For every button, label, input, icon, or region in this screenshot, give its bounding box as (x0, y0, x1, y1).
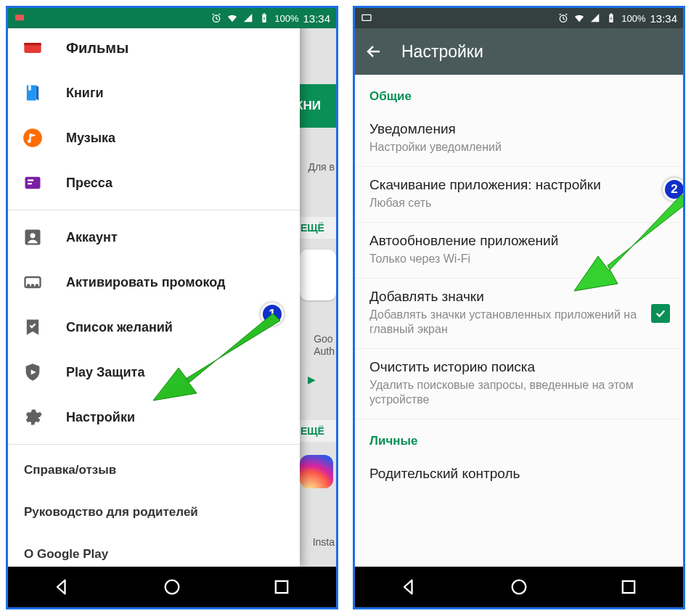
menu-account-label: Аккаунт (66, 230, 118, 245)
svg-point-15 (32, 285, 33, 287)
battery-icon (258, 12, 270, 24)
battery-text: 100% (621, 13, 645, 24)
svg-rect-20 (362, 15, 371, 20)
menu-wishlist[interactable]: Список желаний (8, 305, 300, 350)
menu-music[interactable]: Музыка (8, 115, 300, 160)
nav-back[interactable] (52, 577, 73, 597)
menu-music-label: Музыка (66, 131, 115, 146)
menu-films-label: Фильмы (66, 40, 128, 57)
statusbar: 100% 13:34 (8, 8, 336, 28)
separator (8, 210, 300, 210)
bg-for-you: Для в (308, 161, 335, 173)
menu-press-label: Пресса (66, 176, 113, 191)
menu-books-label: Книги (66, 86, 104, 101)
promo-icon (23, 272, 43, 292)
svg-point-25 (512, 580, 526, 594)
section-general: Общие (355, 75, 683, 111)
menu-protect[interactable]: Play Защита (8, 350, 300, 395)
separator (8, 444, 300, 445)
menu-promo-label: Активировать промокод (66, 275, 225, 290)
signal-icon (589, 12, 601, 24)
nav-home[interactable] (509, 577, 529, 597)
back-button[interactable] (365, 43, 383, 60)
section-personal: Личные (355, 419, 683, 456)
svg-point-18 (165, 580, 179, 594)
svg-rect-0 (15, 15, 24, 20)
films-icon (23, 38, 43, 58)
wifi-icon (226, 12, 238, 24)
annotation-badge-1: 1 (261, 303, 284, 326)
bg-goog: GooAuth (314, 333, 335, 358)
bg-more-2: ЕЩЁ (296, 420, 336, 442)
wishlist-icon (23, 317, 43, 337)
menu-books[interactable]: Книги (8, 70, 300, 115)
menu-settings-label: Настройки (66, 410, 135, 425)
drawer-area: КНИ Для в ЕЩЁ GooAuth ▶ ЕЩЁ Insta Фильмы… (8, 28, 336, 567)
clock: 13:34 (303, 12, 330, 25)
setting-autoupdate[interactable]: Автообновление приложений Только через W… (355, 223, 683, 279)
footer-parent-guide[interactable]: Руководство для родителей (8, 491, 300, 533)
setting-clear-history[interactable]: Очистить историю поиска Удалить поисковы… (355, 349, 683, 419)
battery-icon (605, 12, 617, 24)
settings-icon (23, 407, 43, 427)
alarm-icon (557, 12, 569, 24)
bg-insta: Insta (313, 536, 335, 548)
music-icon (23, 128, 43, 148)
menu-wishlist-label: Список желаний (66, 320, 173, 335)
menu-account[interactable]: Аккаунт (8, 215, 300, 260)
svg-rect-6 (28, 86, 31, 91)
annotation-badge-2: 2 (663, 178, 683, 201)
bg-app-card-1 (300, 250, 336, 300)
alarm-icon (210, 12, 222, 24)
wifi-icon (573, 12, 585, 24)
appbar-title: Настройки (401, 42, 483, 62)
svg-rect-8 (25, 177, 41, 189)
navbar (355, 567, 683, 607)
menu-protect-label: Play Защита (66, 365, 144, 380)
phone-left: 100% 13:34 КНИ Для в ЕЩЁ GooAuth ▶ ЕЩЁ I… (6, 6, 338, 609)
svg-point-14 (28, 285, 29, 287)
menu-promo[interactable]: Активировать промокод (8, 260, 300, 305)
bg-more-1: ЕЩЁ (296, 217, 336, 239)
add-icons-checkbox[interactable] (651, 304, 670, 323)
menu-settings[interactable]: Настройки (8, 395, 300, 440)
nav-home[interactable] (162, 577, 182, 597)
press-icon (23, 173, 43, 193)
statusbar: 100% 13:34 (355, 8, 683, 28)
svg-point-7 (23, 128, 42, 147)
footer-about[interactable]: О Google Play (8, 533, 300, 567)
account-icon (23, 227, 43, 247)
battery-text: 100% (274, 13, 298, 24)
navbar (8, 567, 336, 607)
nav-drawer: Фильмы Книги Музыка Пресса (8, 28, 300, 567)
svg-rect-23 (610, 13, 613, 14)
footer-help[interactable]: Справка/отзыв (8, 449, 300, 491)
menu-press[interactable]: Пресса (8, 160, 300, 205)
setting-download[interactable]: Скачивание приложения: настройки Любая с… (355, 167, 683, 223)
nav-recent[interactable] (618, 577, 639, 597)
bg-install-icon: ▶ (308, 374, 316, 385)
screenshot-icon (14, 12, 25, 24)
svg-rect-3 (263, 13, 266, 14)
setting-parental[interactable]: Родительский контроль (355, 456, 683, 493)
books-icon (23, 83, 43, 103)
clock: 13:34 (650, 12, 677, 25)
nav-back[interactable] (399, 577, 420, 597)
signal-icon (242, 12, 254, 24)
setting-notifications[interactable]: Уведомления Настройки уведомлений (355, 111, 683, 167)
menu-films[interactable]: Фильмы (8, 28, 300, 70)
settings-list[interactable]: Общие Уведомления Настройки уведомлений … (355, 75, 683, 567)
svg-rect-26 (622, 581, 634, 593)
svg-rect-10 (28, 183, 32, 184)
svg-rect-19 (275, 581, 287, 593)
appbar: Настройки (355, 28, 683, 75)
setting-add-icons[interactable]: Добавлять значки Добавлять значки устано… (355, 279, 683, 349)
svg-point-16 (36, 285, 38, 287)
screenshot-icon (361, 12, 372, 24)
protect-icon (23, 362, 43, 382)
phone-right: 100% 13:34 Настройки Общие Уведомления Н… (353, 6, 685, 609)
bg-instagram-icon (300, 455, 333, 488)
svg-point-12 (30, 233, 36, 238)
nav-recent[interactable] (271, 577, 292, 597)
svg-rect-9 (28, 179, 33, 181)
